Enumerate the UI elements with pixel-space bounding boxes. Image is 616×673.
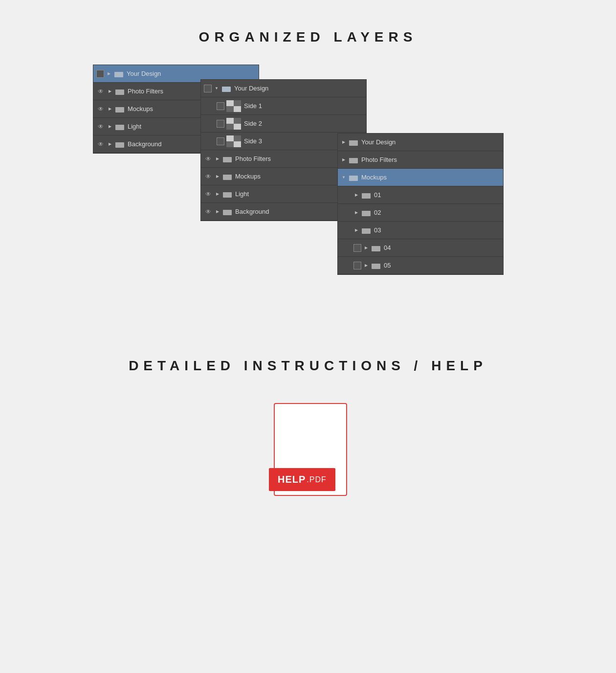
svg-rect-19 (223, 210, 227, 211)
row-label: Your Design (361, 138, 500, 146)
expand-arrow-icon: ▶ (215, 156, 220, 162)
expand-arrow-icon: ▶ (106, 71, 112, 77)
row-label: 02 (374, 209, 500, 216)
row-label: 04 (384, 244, 500, 251)
table-row[interactable]: ▼ Mockups (338, 169, 503, 186)
folder-icon (114, 70, 124, 78)
table-row[interactable]: Side 2 (201, 115, 366, 133)
table-row[interactable]: ▼ Your Design (201, 80, 366, 97)
expand-arrow-icon: ▶ (107, 106, 113, 112)
table-row[interactable]: ▶ 02 (338, 204, 503, 222)
svg-rect-29 (362, 211, 366, 212)
layer-thumbnail (226, 118, 241, 130)
table-row[interactable]: ▶ 05 (338, 257, 503, 274)
eye-icon: 👁 (96, 105, 105, 113)
expand-arrow-icon: ▶ (353, 192, 359, 198)
row-label: 03 (374, 226, 500, 234)
folder-icon (361, 191, 371, 199)
svg-rect-21 (349, 140, 353, 142)
folder-icon (349, 138, 358, 146)
eye-icon: 👁 (204, 190, 213, 199)
svg-rect-25 (349, 176, 353, 177)
folder-icon (222, 190, 232, 198)
svg-rect-33 (372, 246, 375, 247)
svg-rect-1 (114, 72, 118, 73)
row-label: Your Design (234, 85, 363, 92)
layers-panels-container: ▶ Your Design 👁 ▶ Photo Filters 👁 ▶ Mock… (64, 65, 552, 290)
expand-arrow-icon: ▶ (107, 141, 113, 147)
eye-icon: 👁 (96, 140, 105, 149)
folder-icon (361, 209, 371, 217)
row-checkbox[interactable] (353, 244, 361, 252)
table-row[interactable]: ▶ 03 (338, 222, 503, 239)
row-label: Side 1 (244, 102, 363, 110)
row-checkbox[interactable] (96, 70, 104, 78)
layer-thumbnail (226, 135, 241, 147)
svg-rect-23 (349, 158, 353, 159)
eye-icon: 👁 (204, 155, 213, 163)
pdf-badge[interactable]: HELP.PDF (269, 468, 335, 491)
table-row[interactable]: ▶ 01 (338, 186, 503, 204)
expand-arrow-icon: ▶ (215, 209, 220, 215)
folder-icon (222, 208, 232, 216)
svg-rect-13 (223, 157, 227, 158)
layers-panel-3: ▶ Your Design ▶ Photo Filters ▼ Mockups … (337, 133, 504, 275)
row-checkbox[interactable] (217, 102, 224, 110)
row-label: 01 (374, 191, 500, 199)
pdf-container[interactable]: HELP.PDF (269, 403, 347, 501)
row-label: Your Design (127, 70, 256, 77)
folder-icon (115, 105, 125, 113)
folder-icon (361, 226, 371, 234)
expand-arrow-icon: ▶ (341, 139, 347, 145)
svg-rect-15 (223, 175, 227, 176)
svg-rect-5 (115, 107, 119, 109)
pdf-extension: .PDF (307, 475, 326, 484)
folder-icon (371, 262, 381, 269)
detailed-instructions-title: DETAILED INSTRUCTIONS / HELP (129, 358, 487, 374)
eye-icon: 👁 (204, 207, 213, 216)
expand-arrow-icon: ▶ (363, 263, 369, 269)
svg-rect-27 (362, 193, 366, 195)
expand-arrow-icon: ▶ (353, 210, 359, 216)
eye-icon: 👁 (96, 122, 105, 131)
svg-rect-35 (372, 264, 375, 265)
folder-icon (222, 155, 232, 163)
row-label: 05 (384, 262, 500, 269)
row-checkbox[interactable] (204, 85, 212, 92)
pdf-label: HELP (278, 474, 306, 485)
expand-arrow-icon: ▼ (341, 175, 347, 180)
svg-rect-9 (115, 142, 119, 144)
folder-icon (371, 244, 381, 252)
row-checkbox[interactable] (353, 262, 361, 269)
folder-icon (115, 88, 125, 95)
row-checkbox[interactable] (217, 137, 224, 145)
row-label: Mockups (361, 174, 500, 181)
folder-icon (349, 174, 358, 181)
row-checkbox[interactable] (217, 120, 224, 128)
table-row[interactable]: Side 1 (201, 97, 366, 115)
svg-rect-17 (223, 192, 227, 194)
svg-rect-3 (115, 90, 119, 91)
row-label: Photo Filters (361, 156, 500, 163)
expand-arrow-icon: ▶ (215, 174, 220, 179)
eye-icon: 👁 (96, 87, 105, 96)
expand-arrow-icon: ▶ (107, 89, 113, 94)
expand-arrow-icon: ▶ (353, 227, 359, 233)
table-row[interactable]: ▶ Photo Filters (338, 151, 503, 169)
folder-icon (115, 140, 125, 148)
table-row[interactable]: ▶ 04 (338, 239, 503, 257)
expand-arrow-icon: ▶ (107, 124, 113, 130)
folder-icon (349, 156, 358, 164)
folder-icon (222, 173, 232, 180)
layer-thumbnail (226, 100, 241, 112)
organized-layers-title: ORGANIZED LAYERS (199, 29, 418, 45)
expand-arrow-icon: ▶ (363, 245, 369, 251)
expand-arrow-icon: ▼ (214, 86, 220, 91)
row-label: Side 2 (244, 120, 363, 127)
eye-icon: 👁 (204, 172, 213, 181)
expand-arrow-icon: ▶ (341, 157, 347, 163)
table-row[interactable]: ▶ Your Design (338, 134, 503, 151)
svg-rect-11 (222, 87, 226, 88)
svg-rect-31 (362, 228, 366, 230)
svg-rect-7 (115, 125, 119, 126)
